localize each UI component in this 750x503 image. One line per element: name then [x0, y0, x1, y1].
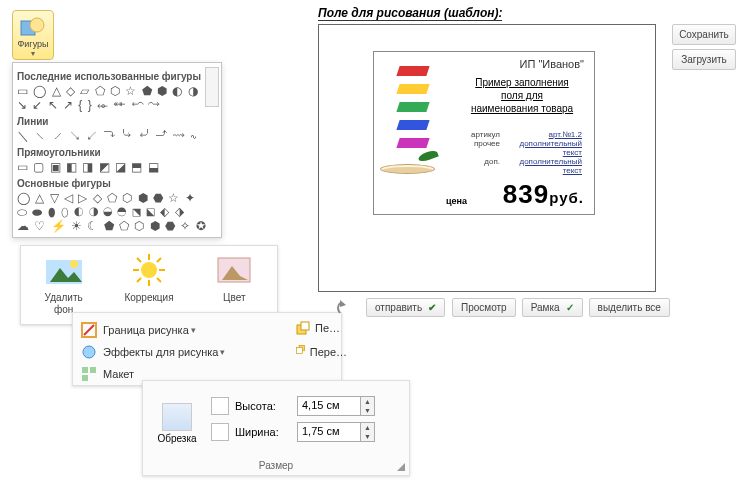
dialog-launcher-icon[interactable] [397, 463, 405, 471]
svg-line-11 [157, 278, 161, 282]
svg-line-12 [157, 258, 161, 262]
shape-row[interactable]: ＼ ⟍ ⟋ ↘ ↙ ⤵ ⤷ ⤶ ⤴ ⟿ ∿ [17, 129, 217, 143]
select-all-button[interactable]: выделить все [589, 298, 670, 317]
shape-row[interactable]: ☁ ♡ ⚡ ☀ ☾ ⬟ ⬠ ⬡ ⬢ ⬣ ✧ ✪ [17, 219, 217, 233]
shapes-dropdown-button[interactable]: Фигуры ▾ [12, 10, 54, 60]
crop-icon [162, 403, 192, 431]
height-icon [211, 397, 229, 415]
width-spinner[interactable]: ▲▼ [361, 422, 375, 442]
svg-point-1 [30, 18, 44, 32]
gallery-scrollbar[interactable] [205, 67, 219, 107]
shape-row[interactable]: ⬭ ⬬ ⬮ ⬯ ◐ ◑ ◒ ◓ ⬔ ⬕ ⬖ ⬗ [17, 205, 217, 219]
svg-rect-22 [301, 322, 309, 330]
shape-row [17, 233, 217, 237]
border-icon [81, 322, 97, 338]
frame-button[interactable]: Рамка✓ [522, 298, 583, 317]
save-button[interactable]: Сохранить [672, 24, 736, 45]
remove-bg-icon [44, 252, 84, 288]
width-icon [211, 423, 229, 441]
width-input[interactable]: 1,75 см [297, 422, 361, 442]
gallery-section-recent: Последние использованные фигуры [17, 71, 217, 82]
svg-rect-20 [82, 375, 88, 381]
price-label: цена [446, 196, 467, 206]
chevron-down-icon: ▾ [191, 325, 196, 335]
price-value: 839руб. [503, 179, 584, 210]
picture-color-icon [214, 252, 254, 288]
product-art-icon [378, 62, 436, 188]
chevron-down-icon: ▾ [31, 49, 35, 58]
ribbon-size-group: Обрезка Высота: 4,15 см ▲▼ Ширина: 1,75 … [142, 380, 410, 476]
shape-row[interactable]: ▭ ◯ △ ◇ ▱ ⬠ ⬡ ☆ ⬟ ⬢ ◐ ◑ [17, 84, 217, 98]
crop-button[interactable]: Обрезка [153, 403, 201, 444]
svg-point-17 [83, 346, 95, 358]
svg-rect-19 [90, 367, 96, 373]
send-arrow-icon [336, 299, 360, 317]
checkmark-icon: ✔ [428, 302, 436, 313]
shapes-button-label: Фигуры [13, 39, 53, 49]
send-button[interactable]: отправить✔ [366, 298, 445, 317]
price-tag-template[interactable]: ИП "Иванов" Пример заполненияполя длянаи… [373, 51, 595, 215]
height-input[interactable]: 4,15 см [297, 396, 361, 416]
layout-icon [81, 366, 97, 382]
svg-rect-24 [296, 347, 302, 353]
shapes-gallery-panel: Последние использованные фигуры ▭ ◯ △ ◇ … [12, 62, 222, 238]
svg-point-5 [141, 262, 157, 278]
sun-icon [129, 252, 169, 288]
svg-point-4 [70, 260, 78, 268]
svg-rect-18 [82, 367, 88, 373]
preview-button[interactable]: Просмотр [452, 298, 516, 317]
meta-block: артикуларт.№1.2 прочеедополнительный тек… [456, 130, 582, 175]
shape-row[interactable]: ▭ ▢ ▣ ◧ ◨ ◩ ◪ ⬒ ⬓ [17, 160, 217, 174]
svg-marker-25 [340, 300, 346, 307]
width-label: Ширина: [235, 426, 297, 438]
side-buttons: Сохранить Загрузить [672, 24, 736, 74]
gallery-section-lines: Линии [17, 116, 217, 127]
gallery-section-basic: Основные фигуры [17, 178, 217, 189]
effects-icon [81, 344, 97, 360]
svg-line-10 [137, 258, 141, 262]
height-spinner[interactable]: ▲▼ [361, 396, 375, 416]
product-name: Пример заполненияполя длянаименования то… [462, 76, 582, 115]
size-group-label: Размер [143, 460, 409, 471]
drawing-area-title: Поле для рисования (шаблон): [318, 6, 502, 21]
send-backward-icon [295, 344, 306, 360]
bring-forward-button[interactable]: Пе… [295, 320, 347, 336]
chevron-down-icon: ▾ [220, 347, 225, 357]
shape-row[interactable]: ↘ ↙ ↖ ↗ { } ⬰ ⬵ ⬿ ⤳ [17, 98, 217, 112]
bring-forward-icon [295, 320, 311, 336]
svg-line-13 [137, 278, 141, 282]
org-name: ИП "Иванов" [520, 58, 584, 70]
shape-row[interactable]: ◯ △ ▽ ◁ ▷ ◇ ⬠ ⬡ ⬢ ⬣ ☆ ✦ [17, 191, 217, 205]
drawing-canvas[interactable]: ИП "Иванов" Пример заполненияполя длянаи… [318, 24, 656, 292]
checkmark-icon: ✓ [566, 302, 574, 313]
send-backward-button[interactable]: Пере… [295, 344, 347, 360]
load-button[interactable]: Загрузить [672, 49, 736, 70]
height-label: Высота: [235, 400, 297, 412]
gallery-section-rects: Прямоугольники [17, 147, 217, 158]
